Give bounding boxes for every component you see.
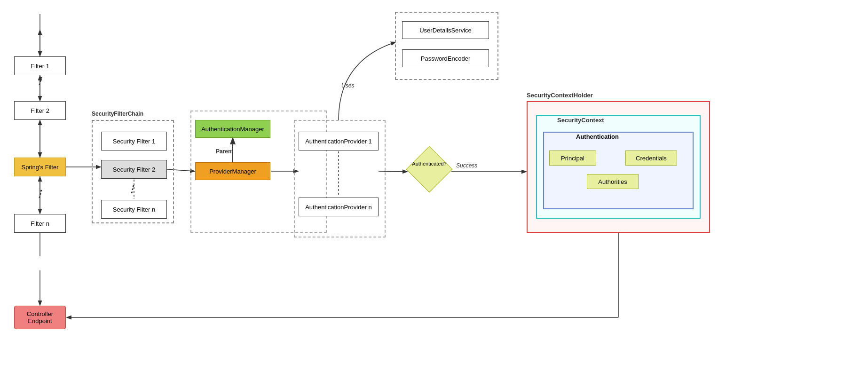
principal-label: Principal (561, 155, 584, 162)
dots-filter-between: ⋮ (35, 188, 44, 199)
auth-inner-label: Authentication (576, 133, 619, 140)
springs-filter-box: Spring's Filter (14, 158, 66, 176)
sch-label: SecurityContextHolder (527, 92, 593, 99)
sfn-box: Security Filter n (101, 200, 167, 219)
sc-label: SecurityContext (557, 117, 604, 124)
credentials-label: Credentials (636, 155, 667, 162)
filter2-label: Filter 2 (31, 107, 49, 114)
ap1-label: AuthenticationProvider 1 (305, 138, 372, 145)
authenticated-diamond: Authenticated? (408, 155, 450, 183)
filtern-box: Filter n (14, 214, 66, 233)
sf1-box: Security Filter 1 (101, 132, 167, 150)
sf1-label: Security Filter 1 (113, 138, 155, 145)
springs-filter-label: Spring's Filter (21, 164, 58, 171)
ap1-box: AuthenticationProvider 1 (299, 132, 379, 150)
dots-sf: ⋮ (127, 183, 136, 195)
filter1-box: Filter 1 (14, 56, 66, 75)
uses-label: Uses (341, 82, 354, 89)
success-label: Success (456, 162, 477, 169)
pe-box: PasswordEncoder (402, 49, 489, 67)
sf2-box: Security Filter 2 (101, 160, 167, 179)
diamond-shape (406, 146, 453, 193)
apn-box: AuthenticationProvider n (299, 198, 379, 216)
auth-manager-label: AuthenticationManager (201, 126, 264, 133)
credentials-box: Credentials (625, 150, 677, 166)
auth-manager-box: AuthenticationManager (195, 120, 270, 138)
provider-manager-label: ProviderManager (209, 168, 256, 175)
dots-filter-top: ⋮ (35, 75, 44, 87)
provider-manager-box: ProviderManager (195, 162, 270, 180)
pe-label: PasswordEncoder (421, 55, 471, 62)
sfn-label: Security Filter n (113, 206, 155, 213)
uds-label: UserDetailsService (419, 27, 472, 34)
diagram-container: Filter 1 Filter 2 Spring's Filter Filter… (0, 0, 868, 372)
filtern-label: Filter n (31, 220, 49, 227)
apn-label: AuthenticationProvider n (305, 204, 372, 211)
filter2-box: Filter 2 (14, 101, 66, 120)
authorities-label: Authorities (598, 178, 627, 185)
filter1-label: Filter 1 (31, 63, 49, 70)
controller-box: ControllerEndpoint (14, 306, 66, 329)
uds-box: UserDetailsService (402, 21, 489, 39)
authorities-box: Authorities (587, 174, 639, 189)
principal-box: Principal (549, 150, 596, 166)
auth-inner-container (543, 132, 694, 209)
sfc-label: SecurityFilterChain (92, 111, 143, 117)
controller-label: ControllerEndpoint (27, 310, 53, 325)
parent-label: Parent (216, 148, 233, 155)
sf2-label: Security Filter 2 (113, 166, 155, 173)
authenticated-label: Authenticated? (408, 161, 450, 166)
